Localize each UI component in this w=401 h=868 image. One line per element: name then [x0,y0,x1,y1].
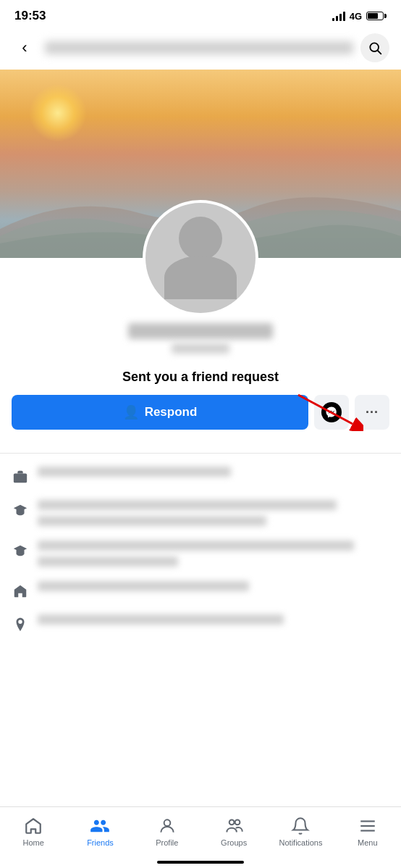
network-label: 4G [350,11,362,22]
profile-name-blur [128,323,273,339]
action-buttons: 👤 Respond ··· [0,395,401,441]
nav-item-profile[interactable]: Profile [134,813,200,850]
avatar-inner [145,203,256,313]
graduation2-icon [12,542,29,559]
svg-point-6 [229,819,234,825]
messenger-circle-icon [321,402,342,422]
sun-glow [29,84,87,142]
nav-label-groups: Groups [221,838,247,847]
groups-nav-icon [224,816,244,836]
respond-button[interactable]: 👤 Respond [12,395,308,430]
list-item-text [38,467,389,480]
messenger-bolt-icon [325,406,338,419]
list-item-text [38,500,389,526]
nav-label-friends: Friends [87,838,114,847]
bottom-nav: Home Friends Profile Groups [0,806,401,868]
nav-label-home: Home [22,838,43,847]
list-item [12,533,389,574]
menu-nav-icon [358,816,378,836]
header: ‹ [0,29,401,70]
nav-item-friends[interactable]: Friends [67,813,133,850]
svg-rect-4 [14,473,27,483]
avatar-body [164,256,237,299]
friends-nav-icon [90,816,110,836]
search-button[interactable] [360,33,389,62]
status-time: 19:53 [14,9,46,23]
nav-item-home[interactable]: Home [0,813,67,850]
search-icon [368,41,382,55]
list-item [12,493,389,533]
location-icon [12,616,29,633]
home-nav-icon [23,816,43,836]
nav-item-menu[interactable]: Menu [334,813,401,850]
nav-label-notifications: Notifications [279,838,323,847]
status-icons: 4G [332,11,387,22]
svg-line-1 [378,51,381,54]
nav-item-groups[interactable]: Groups [200,813,267,850]
list-item-text [38,581,389,594]
info-list [0,453,401,646]
list-item [12,574,389,607]
battery-icon [366,12,387,20]
nav-item-notifications[interactable]: Notifications [267,813,334,850]
profile-sub-blur [172,343,229,354]
header-name-blur [45,41,353,54]
respond-icon: 👤 [123,404,139,420]
list-item-text [38,541,389,567]
nav-label-menu: Menu [358,838,378,847]
avatar [143,200,258,316]
home-indicator [157,861,244,864]
list-item [12,459,389,493]
list-item-text [38,614,389,627]
nav-label-profile: Profile [156,838,178,847]
notifications-nav-icon [290,816,311,836]
messenger-button[interactable] [314,395,349,430]
more-dots-icon: ··· [366,405,379,420]
profile-nav-icon [157,816,177,836]
list-item [12,607,389,640]
friend-request-text: Sent you a friend request [0,359,401,395]
svg-point-7 [235,819,240,825]
briefcase-icon [12,468,29,485]
svg-point-5 [164,819,170,826]
back-arrow-icon: ‹ [22,38,27,57]
more-button[interactable]: ··· [355,395,389,430]
profile-section: Sent you a friend request 👤 Respond ··· [0,258,401,453]
signal-icon [332,11,345,21]
status-bar: 19:53 4G [0,0,401,29]
avatar-head [179,217,222,260]
graduation-icon [12,501,29,519]
back-button[interactable]: ‹ [12,35,38,61]
respond-label: Respond [145,405,198,420]
home-icon [12,583,29,600]
